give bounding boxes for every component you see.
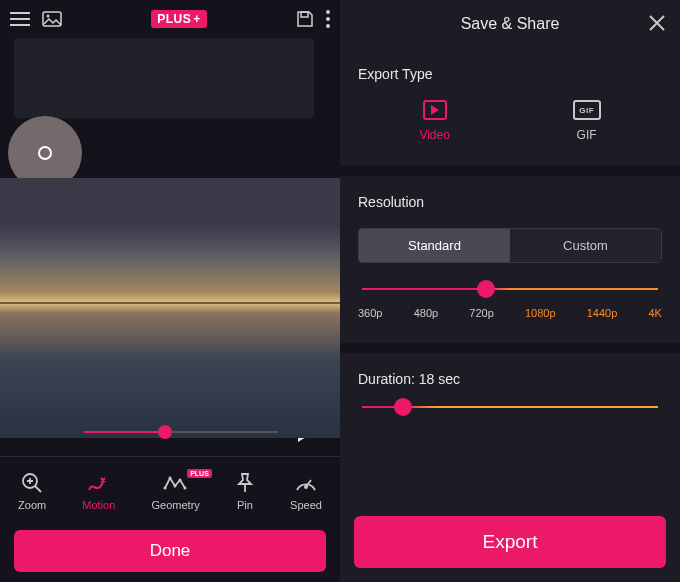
duration-section: Duration: 18 sec <box>340 353 680 437</box>
tool-pin-label: Pin <box>237 499 253 511</box>
resolution-mode-segment: Standard Custom <box>358 228 662 263</box>
plus-label: PLUS <box>157 12 191 26</box>
seg-standard[interactable]: Standard <box>359 229 510 262</box>
preview-shelf <box>14 38 314 118</box>
resolution-ticks: 360p 480p 720p 1080p 1440p 4K <box>358 307 662 319</box>
pin-icon <box>236 471 254 495</box>
export-type-video[interactable]: Video <box>419 100 449 142</box>
tool-geometry-label: Geometry <box>152 499 200 511</box>
video-icon <box>423 100 447 120</box>
gif-icon: GIF <box>573 100 601 120</box>
canvas-image[interactable] <box>0 178 340 438</box>
export-type-gif[interactable]: GIF GIF <box>573 100 601 142</box>
res-1440: 1440p <box>587 307 618 319</box>
svg-point-5 <box>326 24 330 28</box>
seg-custom[interactable]: Custom <box>510 229 661 262</box>
editor-pane: PLUS+ <box>0 0 340 582</box>
tool-tabs: Zoom Motion PLUS Geometry Pin Speed <box>0 456 340 524</box>
export-gif-label: GIF <box>577 128 597 142</box>
export-video-label: Video <box>419 128 449 142</box>
tool-pin[interactable]: Pin <box>236 471 254 511</box>
svg-point-10 <box>178 478 181 481</box>
resolution-section: Resolution Standard Custom 360p 480p 720… <box>340 176 680 353</box>
export-type-label: Export Type <box>358 66 662 82</box>
duration-slider[interactable] <box>362 405 658 409</box>
plus-mini-badge: PLUS <box>187 469 212 478</box>
svg-point-8 <box>168 476 171 479</box>
svg-rect-0 <box>43 12 61 26</box>
svg-rect-2 <box>301 12 308 17</box>
topbar: PLUS+ <box>0 0 340 38</box>
resolution-slider[interactable] <box>362 287 658 291</box>
gallery-icon[interactable] <box>42 11 62 27</box>
speed-icon <box>294 471 318 495</box>
svg-point-1 <box>47 14 50 17</box>
tool-speed[interactable]: Speed <box>290 471 322 511</box>
panel-title: Save & Share <box>461 15 560 33</box>
svg-point-4 <box>326 17 330 21</box>
resolution-label: Resolution <box>358 194 662 210</box>
tool-zoom[interactable]: Zoom <box>18 471 46 511</box>
res-1080: 1080p <box>525 307 556 319</box>
geometry-icon <box>163 471 189 495</box>
tool-zoom-label: Zoom <box>18 499 46 511</box>
close-icon[interactable] <box>648 14 666 32</box>
tool-speed-label: Speed <box>290 499 322 511</box>
res-480: 480p <box>414 307 438 319</box>
export-button[interactable]: Export <box>354 516 666 568</box>
motion-icon <box>87 471 111 495</box>
res-360: 360p <box>358 307 382 319</box>
export-type-section: Export Type Video GIF GIF <box>340 48 680 176</box>
res-4k: 4K <box>649 307 662 319</box>
svg-point-11 <box>183 486 186 489</box>
plus-badge[interactable]: PLUS+ <box>151 10 207 28</box>
svg-point-7 <box>163 486 166 489</box>
panel-header: Save & Share <box>340 0 680 48</box>
svg-point-3 <box>326 10 330 14</box>
save-icon[interactable] <box>296 10 314 28</box>
tool-motion[interactable]: Motion <box>82 471 115 511</box>
res-720: 720p <box>469 307 493 319</box>
done-button[interactable]: Done <box>14 530 326 572</box>
duration-label: Duration: 18 sec <box>358 371 662 387</box>
svg-point-12 <box>304 485 308 489</box>
preview-area <box>0 38 340 408</box>
more-icon[interactable] <box>326 10 330 28</box>
zoom-icon <box>21 471 43 495</box>
save-share-pane: Save & Share Export Type Video GIF GIF R… <box>340 0 680 582</box>
timeline-slider[interactable] <box>84 431 278 433</box>
svg-point-9 <box>173 484 176 487</box>
menu-icon[interactable] <box>10 12 30 26</box>
tool-geometry[interactable]: PLUS Geometry <box>152 471 200 511</box>
tool-motion-label: Motion <box>82 499 115 511</box>
target-ring-icon <box>38 146 52 160</box>
